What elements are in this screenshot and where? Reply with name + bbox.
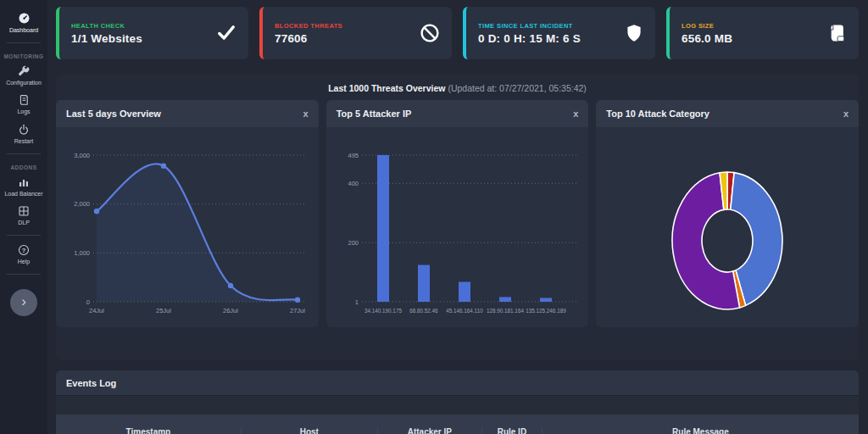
sidebar-section-addons: ADDONS	[10, 164, 36, 170]
svg-text:400: 400	[348, 180, 359, 187]
shield-icon	[625, 23, 643, 43]
column-header-rule-message: Rule Message	[542, 427, 859, 434]
svg-text:34.140.190.175: 34.140.190.175	[364, 308, 402, 314]
sidebar-item-dashboard[interactable]: Dashboard	[9, 12, 38, 34]
panel-attack-category: Top 10 Attack Category x	[596, 100, 859, 327]
column-header-timestamp: Timestamp	[56, 427, 241, 434]
events-log-panel: Events Log Timestamp Host Attacker IP Ru…	[56, 370, 859, 434]
panel-top-attacker-ip: Top 5 Attacker IP x 120040049534.140.190…	[326, 100, 589, 327]
line-chart-svg: 01,0002,0003,00024Jul25Jul26Jul27Jul	[56, 127, 319, 327]
svg-text:200: 200	[348, 239, 359, 247]
stat-card-blocked-threats: BLOCKED THREATS 77606	[259, 7, 452, 59]
sidebar-item-restart[interactable]: Restart	[14, 124, 34, 145]
donut-chart-svg	[596, 127, 859, 327]
stat-label: TIME SINCE LAST INCIDENT	[478, 22, 581, 30]
stat-value: 77606	[275, 32, 342, 45]
svg-text:128.90.181.164: 128.90.181.164	[487, 308, 524, 314]
svg-text:135.125.246.189: 135.125.246.189	[526, 308, 566, 314]
svg-text:495: 495	[348, 152, 359, 159]
grid-icon	[18, 205, 30, 217]
divider	[7, 153, 41, 154]
help-icon: ?	[18, 244, 30, 256]
divider	[7, 42, 41, 43]
stat-card-log-size: LOG SIZE 656.0 MB	[666, 7, 859, 59]
ban-icon	[420, 23, 440, 43]
panel-title: Top 10 Attack Category	[606, 108, 709, 119]
bar-chart-icon	[18, 176, 30, 188]
sidebar-item-logs[interactable]: Logs	[17, 94, 30, 115]
logs-icon	[18, 94, 30, 106]
stat-value: 656.0 MB	[682, 32, 732, 45]
main-content: HEALTH CHECK 1/1 Websites BLOCKED THREAT…	[47, 0, 868, 434]
wrench-icon	[18, 65, 30, 77]
sidebar-expand-button[interactable]: ›	[10, 289, 37, 316]
section-updated-text: (Updated at: 07/27/2021, 05:35:42)	[448, 83, 586, 93]
bar-chart: 120040049534.140.190.17568.80.52.4645.14…	[326, 127, 589, 327]
sidebar-item-label: Logs	[17, 108, 30, 115]
divider	[7, 274, 41, 275]
svg-text:68.80.52.46: 68.80.52.46	[409, 308, 438, 314]
stat-label: LOG SIZE	[682, 22, 732, 30]
events-table-header-row: Timestamp Host Attacker IP Rule ID Rule …	[56, 415, 859, 434]
sidebar-item-label: Load Balancer	[4, 191, 42, 198]
power-icon	[18, 124, 30, 136]
stat-value: 1/1 Websites	[71, 32, 142, 45]
events-log-header: Events Log	[56, 370, 859, 396]
stat-label: HEALTH CHECK	[71, 22, 142, 30]
stat-card-health-check: HEALTH CHECK 1/1 Websites	[56, 7, 248, 59]
panel-header: Last 5 days Overview x	[56, 100, 319, 127]
gauge-icon	[18, 12, 31, 25]
close-icon[interactable]: x	[843, 108, 849, 119]
panel-title: Last 5 days Overview	[66, 108, 161, 119]
sidebar-item-label: Help	[18, 259, 30, 265]
stat-card-time-since-incident: TIME SINCE LAST INCIDENT 0 D: 0 H: 15 M:…	[463, 7, 655, 59]
svg-text:0: 0	[86, 298, 90, 306]
divider	[7, 235, 41, 236]
svg-text:26Jul: 26Jul	[223, 307, 238, 314]
line-chart: 01,0002,0003,00024Jul25Jul26Jul27Jul	[56, 127, 319, 327]
column-header-attacker-ip: Attacker IP	[377, 427, 481, 434]
panel-last-5-days: Last 5 days Overview x 01,0002,0003,0002…	[56, 100, 319, 327]
svg-text:1,000: 1,000	[74, 249, 90, 257]
sidebar-section-monitoring: MONITORING	[3, 53, 43, 59]
sidebar-item-configuration[interactable]: Configuration	[6, 65, 42, 86]
panel-title: Top 5 Attacker IP	[337, 108, 412, 119]
stat-value: 0 D: 0 H: 15 M: 6 S	[478, 32, 581, 45]
column-header-rule-id: Rule ID	[481, 427, 542, 434]
stat-cards-row: HEALTH CHECK 1/1 Websites BLOCKED THREAT…	[56, 7, 859, 59]
sidebar-item-load-balancer[interactable]: Load Balancer	[4, 176, 42, 198]
sidebar: Dashboard MONITORING Configuration Logs …	[0, 0, 47, 434]
sidebar-item-label: Configuration	[6, 80, 42, 86]
donut-chart	[596, 127, 859, 327]
threats-overview-section: Last 1000 Threats Overview (Updated at: …	[56, 75, 859, 360]
svg-text:1: 1	[355, 298, 359, 306]
check-icon	[216, 23, 236, 43]
sidebar-item-label: Restart	[14, 138, 34, 145]
sidebar-item-help[interactable]: ? Help	[18, 244, 30, 265]
panel-header: Top 5 Attacker IP x	[326, 100, 589, 127]
close-icon[interactable]: x	[573, 108, 578, 119]
column-header-host: Host	[241, 427, 377, 434]
section-title: Last 1000 Threats Overview (Updated at: …	[56, 75, 859, 100]
svg-text:24Jul: 24Jul	[89, 307, 104, 314]
svg-text:25Jul: 25Jul	[156, 307, 171, 314]
chart-panels-row: Last 5 days Overview x 01,0002,0003,0002…	[56, 100, 859, 327]
stat-label: BLOCKED THREATS	[275, 22, 342, 30]
close-icon[interactable]: x	[303, 108, 309, 119]
section-title-text: Last 1000 Threats Overview	[328, 83, 445, 93]
scroll-icon	[826, 23, 847, 43]
sidebar-item-label: Dashboard	[9, 27, 38, 34]
events-log-body	[56, 396, 859, 415]
svg-text:27Jul: 27Jul	[290, 307, 305, 314]
sidebar-item-label: DLP	[18, 220, 30, 226]
svg-text:2,000: 2,000	[74, 200, 90, 208]
panel-header: Top 10 Attack Category x	[596, 100, 859, 127]
svg-text:3,000: 3,000	[74, 152, 90, 159]
sidebar-item-dlp[interactable]: DLP	[18, 205, 30, 226]
svg-text:45.146.164.110: 45.146.164.110	[446, 308, 483, 314]
svg-text:?: ?	[22, 247, 26, 254]
bar-chart-svg: 120040049534.140.190.17568.80.52.4645.14…	[326, 127, 589, 327]
